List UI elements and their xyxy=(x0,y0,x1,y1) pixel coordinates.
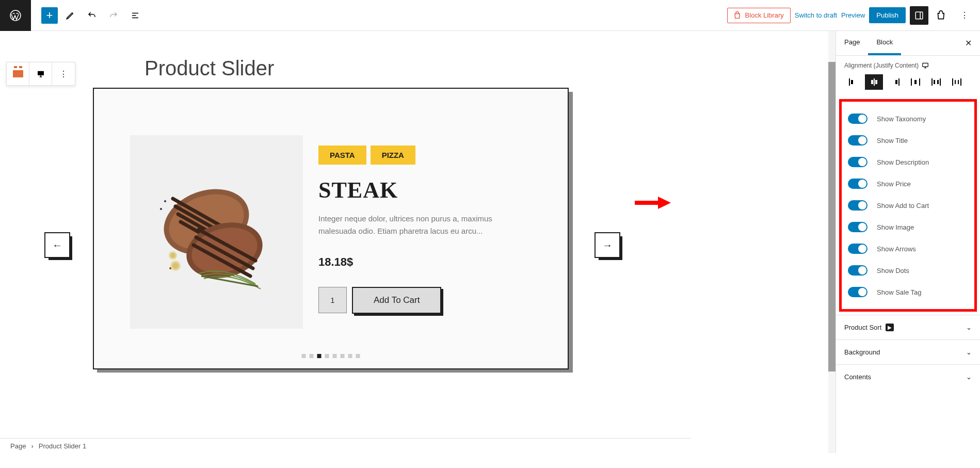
slider-next-button[interactable]: → xyxy=(595,232,620,258)
align-space-between[interactable] xyxy=(906,74,924,90)
svg-rect-27 xyxy=(914,80,917,84)
bag-icon xyxy=(734,11,742,20)
dot-8[interactable] xyxy=(356,354,360,358)
switch[interactable] xyxy=(848,265,867,276)
svg-rect-3 xyxy=(38,71,44,75)
svg-point-9 xyxy=(172,263,179,269)
align-space-evenly[interactable] xyxy=(947,74,966,90)
arrow-left-icon: ← xyxy=(52,239,62,251)
switch[interactable] xyxy=(848,200,867,211)
wordpress-logo[interactable] xyxy=(0,0,31,31)
breadcrumb-page[interactable]: Page xyxy=(10,442,26,450)
product-slider-block[interactable]: PASTA PIZZA STEAK Integer neque dolor, u… xyxy=(93,88,573,373)
toolbar-left: + xyxy=(31,6,144,25)
undo-icon[interactable] xyxy=(83,6,101,25)
product-info: PASTA PIZZA STEAK Integer neque dolor, u… xyxy=(318,115,532,343)
toggle-show-image: Show Image xyxy=(845,216,971,238)
dot-6[interactable] xyxy=(341,354,345,358)
toggle-show-add-to-cart: Show Add to Cart xyxy=(845,195,971,216)
switch[interactable] xyxy=(848,135,867,146)
add-to-cart-button[interactable]: Add To Cart xyxy=(352,287,441,314)
switch-draft-link[interactable]: Switch to draft xyxy=(795,11,837,19)
slider-prev-button[interactable]: ← xyxy=(44,232,70,258)
dot-7[interactable] xyxy=(348,354,352,358)
dot-5[interactable] xyxy=(333,354,337,358)
tag-pizza[interactable]: PIZZA xyxy=(371,146,415,165)
switch[interactable] xyxy=(848,222,867,232)
block-type-icon[interactable] xyxy=(7,62,29,85)
svg-rect-30 xyxy=(934,80,935,84)
tab-block[interactable]: Block xyxy=(868,31,901,55)
settings-panel-toggle[interactable] xyxy=(910,6,928,25)
svg-point-14 xyxy=(169,267,171,269)
chevron-right-icon: › xyxy=(31,442,33,450)
product-price: 18.18$ xyxy=(318,255,532,269)
svg-rect-34 xyxy=(955,80,956,84)
svg-rect-21 xyxy=(871,80,873,84)
align-space-around[interactable] xyxy=(927,74,945,90)
accordion-product-sort[interactable]: Product Sort▶ ⌄ xyxy=(836,315,980,340)
toggle-show-description: Show Description xyxy=(845,151,971,173)
accordion-background[interactable]: Background ⌄ xyxy=(836,340,980,364)
edit-icon[interactable] xyxy=(61,6,79,25)
toolbar-right: Block Library Switch to draft Preview Pu… xyxy=(727,6,980,25)
align-end[interactable] xyxy=(886,74,904,90)
desktop-icon xyxy=(922,62,929,69)
add-block-button[interactable]: + xyxy=(41,7,58,24)
switch[interactable] xyxy=(848,114,867,124)
preview-link[interactable]: Preview xyxy=(841,11,865,19)
editor-canvas: ⋮ Product Slider ← → xyxy=(0,31,836,453)
chevron-down-icon: ⌄ xyxy=(966,373,972,381)
product-description: Integer neque dolor, ultrices non purus … xyxy=(318,213,532,237)
switch[interactable] xyxy=(848,244,867,254)
tag-pasta[interactable]: PASTA xyxy=(318,146,366,165)
svg-point-11 xyxy=(170,253,175,258)
breadcrumb-current[interactable]: Product Slider 1 xyxy=(39,442,87,450)
dot-3[interactable] xyxy=(317,354,322,358)
commerce-icon[interactable] xyxy=(933,6,951,25)
page-title[interactable]: Product Slider xyxy=(144,57,274,80)
tab-page[interactable]: Page xyxy=(836,31,868,55)
toggle-show-sale-tag: Show Sale Tag xyxy=(845,281,971,303)
align-start[interactable] xyxy=(844,74,862,90)
more-options-icon[interactable]: ⋮ xyxy=(955,6,974,25)
toggle-show-taxonomy: Show Taxonomy xyxy=(845,108,971,130)
svg-point-13 xyxy=(160,208,162,210)
scrollbar[interactable] xyxy=(828,31,836,453)
block-more-icon[interactable]: ⋮ xyxy=(52,62,75,85)
list-view-icon[interactable] xyxy=(126,6,144,25)
svg-rect-26 xyxy=(919,78,920,86)
desktop-preview-icon[interactable] xyxy=(29,62,52,85)
redo-icon[interactable] xyxy=(104,6,123,25)
svg-rect-1 xyxy=(915,12,923,19)
svg-rect-17 xyxy=(923,63,928,67)
switch[interactable] xyxy=(848,287,867,297)
product-tags: PASTA PIZZA xyxy=(318,146,532,165)
svg-rect-24 xyxy=(895,80,897,84)
block-library-label: Block Library xyxy=(745,11,784,19)
dot-1[interactable] xyxy=(302,354,306,358)
alignment-label: Alignment (Justify Content) xyxy=(844,62,972,69)
svg-rect-31 xyxy=(937,80,939,84)
alignment-buttons xyxy=(844,74,972,90)
toggle-show-price: Show Price xyxy=(845,173,971,195)
publish-button[interactable]: Publish xyxy=(869,7,906,23)
switch[interactable] xyxy=(848,179,867,189)
block-library-button[interactable]: Block Library xyxy=(727,8,791,23)
svg-marker-16 xyxy=(658,197,671,209)
dot-2[interactable] xyxy=(310,354,314,358)
align-center[interactable] xyxy=(865,74,883,90)
display-toggles-section: Show Taxonomy Show Title Show Descriptio… xyxy=(839,99,977,312)
switch[interactable] xyxy=(848,157,867,167)
breadcrumb: Page › Product Slider 1 xyxy=(0,438,691,453)
product-title: STEAK xyxy=(318,177,532,203)
sidebar-tabs: Page Block ✕ xyxy=(836,31,980,56)
editor-topbar: + Block Library Switch to draft Preview … xyxy=(0,0,980,31)
dot-4[interactable] xyxy=(325,354,329,358)
chevron-down-icon: ⌄ xyxy=(966,348,972,356)
close-sidebar-button[interactable]: ✕ xyxy=(957,31,980,55)
quantity-input[interactable]: 1 xyxy=(318,287,347,313)
settings-sidebar: Page Block ✕ Alignment (Justify Content) xyxy=(836,31,980,453)
accordion-contents[interactable]: Contents ⌄ xyxy=(836,364,980,389)
svg-rect-32 xyxy=(952,78,953,86)
